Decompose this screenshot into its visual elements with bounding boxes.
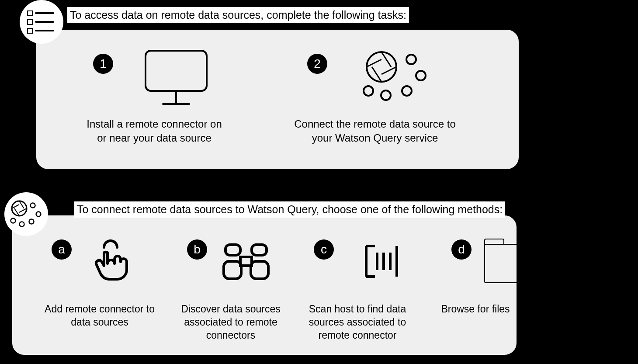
svg-rect-25: [251, 261, 268, 279]
method-c-text: Scan host to find data sources associate…: [296, 303, 419, 342]
method-badge-c: c: [314, 239, 334, 260]
method-d-text: Browse for files: [427, 303, 524, 316]
folder-icon: [484, 244, 537, 283]
svg-rect-2: [28, 20, 32, 24]
svg-point-19: [20, 222, 24, 227]
method-b-text: Discover data sources associated to remo…: [174, 303, 288, 342]
step2-text: Connect the remote data source to your W…: [294, 117, 456, 146]
method-badge-b: b: [187, 239, 207, 260]
step1-text: Install a remote connector on or near yo…: [84, 117, 224, 146]
method-badge-a: a: [52, 239, 72, 260]
tasks-panel: 1 Install a remote connector on or near …: [35, 28, 520, 170]
svg-point-18: [29, 219, 34, 224]
svg-point-13: [381, 90, 391, 100]
aperture-dots-small-icon: [4, 192, 48, 236]
svg-point-14: [364, 86, 373, 96]
checklist-icon: [20, 0, 63, 44]
svg-point-11: [416, 71, 426, 80]
touch-icon: [91, 239, 130, 285]
method-badge-d: d: [451, 239, 472, 260]
svg-point-20: [11, 218, 16, 223]
step-badge-1: 1: [93, 54, 113, 74]
binoculars-icon: [222, 239, 270, 285]
scan-bars-icon: [357, 239, 401, 285]
svg-point-9: [367, 52, 396, 82]
step-badge-2: 2: [307, 54, 327, 74]
aperture-dots-icon: [360, 47, 434, 110]
svg-point-17: [36, 212, 41, 217]
methods-panel: a Add remote connector to data sources b…: [11, 214, 518, 356]
monitor-icon: [141, 47, 211, 110]
svg-rect-24: [224, 261, 241, 279]
svg-rect-21: [225, 245, 240, 255]
svg-point-16: [31, 203, 35, 208]
svg-point-10: [406, 55, 416, 64]
method-a-text: Add remote connector to data sources: [43, 303, 156, 329]
svg-point-12: [402, 86, 412, 96]
svg-rect-22: [252, 245, 267, 255]
svg-rect-0: [28, 11, 32, 16]
section2-title: To connect remote data sources to Watson…: [74, 201, 505, 218]
svg-rect-4: [28, 28, 32, 33]
svg-point-15: [12, 201, 27, 216]
svg-rect-6: [146, 51, 207, 91]
section1-title: To access data on remote data sources, c…: [67, 7, 409, 23]
